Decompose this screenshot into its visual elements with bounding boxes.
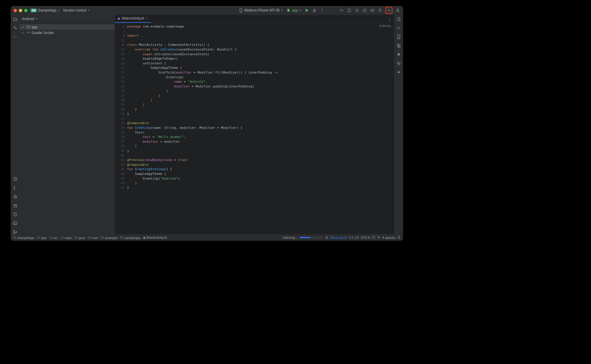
- code-with-me-icon[interactable]: [339, 8, 344, 13]
- breadcrumbs[interactable]: SampleApp › app › src › main › java › co…: [13, 236, 167, 240]
- readonly-icon[interactable]: [372, 235, 375, 240]
- resource-manager-icon[interactable]: [13, 25, 17, 30]
- tree-item-app[interactable]: ▸ app: [20, 24, 115, 30]
- problems-bottom-icon[interactable]: [13, 212, 17, 217]
- build-icon[interactable]: [13, 203, 17, 208]
- svg-rect-31: [397, 44, 399, 46]
- ai-assistant-icon[interactable]: [396, 70, 401, 74]
- svg-point-14: [388, 10, 389, 11]
- close-window[interactable]: [14, 9, 17, 12]
- gradle-tool-icon[interactable]: [396, 25, 401, 30]
- indexing-progress: [300, 237, 323, 238]
- svg-point-18: [14, 36, 14, 37]
- code-content[interactable]: package com.example.sampleapp▸import ...…: [127, 23, 294, 234]
- left-tool-rail: [11, 15, 20, 234]
- project-name: SampleApp: [38, 8, 56, 12]
- chevron-down-icon: ▼: [281, 9, 283, 12]
- line-separator[interactable]: LF: [355, 236, 359, 239]
- svg-point-17: [15, 28, 17, 29]
- android-icon: [286, 8, 291, 13]
- debug-button[interactable]: [312, 8, 317, 13]
- svg-rect-41: [398, 237, 400, 238]
- project-selector[interactable]: SA SampleApp ▼: [30, 8, 60, 12]
- svg-point-2: [288, 9, 290, 10]
- svg-point-40: [379, 237, 380, 238]
- account-icon[interactable]: [395, 8, 400, 13]
- tree-item-gradle[interactable]: ▸ Gradle Scripts: [20, 30, 115, 35]
- line-gutter: 1231516171819202122232425262728293031323…: [115, 23, 127, 234]
- project-tool-icon[interactable]: [13, 17, 17, 21]
- svg-point-26: [13, 233, 14, 234]
- pause-icon[interactable]: ⏸: [325, 236, 328, 239]
- settings-icon[interactable]: [387, 8, 391, 13]
- structure-icon[interactable]: [13, 185, 17, 190]
- running-devices-icon[interactable]: [396, 43, 401, 48]
- chevron-down-icon: ▼: [35, 17, 38, 20]
- more-actions[interactable]: [320, 8, 324, 13]
- svg-rect-32: [398, 45, 400, 47]
- gradle-icon: [27, 30, 30, 35]
- vcs-menu[interactable]: Version control ▼: [63, 8, 90, 12]
- svg-point-12: [379, 9, 381, 11]
- run-button[interactable]: [304, 8, 309, 13]
- svg-point-28: [399, 17, 400, 18]
- chevron-down-icon: ▼: [87, 9, 90, 12]
- build-variants-icon[interactable]: [13, 176, 17, 181]
- settings-highlight: [385, 7, 392, 14]
- sidebar-header[interactable]: Android ▼: [20, 15, 115, 23]
- notifications-icon[interactable]: [396, 17, 401, 21]
- vcs-icon[interactable]: [13, 230, 17, 234]
- tab-options-icon[interactable]: ⋮: [387, 17, 394, 23]
- sync-gradle-icon[interactable]: [347, 8, 352, 13]
- project-badge: SA: [30, 9, 37, 12]
- phone-icon: [238, 8, 243, 13]
- emulator-icon[interactable]: [396, 52, 401, 57]
- search-icon[interactable]: [378, 8, 382, 13]
- svg-point-36: [399, 63, 400, 64]
- svg-rect-38: [372, 236, 375, 238]
- editor-status-text: Indexing...: [379, 24, 393, 27]
- svg-line-13: [381, 11, 382, 12]
- right-tool-rail: [394, 15, 403, 234]
- bookmarks-icon[interactable]: [13, 194, 17, 199]
- svg-point-35: [397, 62, 399, 63]
- problems-icon[interactable]: [362, 8, 367, 13]
- svg-point-16: [14, 26, 15, 27]
- chevron-right-icon: ▸: [22, 31, 25, 34]
- chevron-down-icon: ▼: [299, 9, 301, 12]
- svg-point-4: [322, 9, 322, 9]
- window-controls: [14, 9, 27, 12]
- folder-icon: [27, 25, 30, 30]
- svg-point-20: [16, 36, 17, 37]
- minimize-window[interactable]: [19, 9, 22, 12]
- device-selector[interactable]: Medium Phone API 35 ▼: [238, 8, 283, 13]
- code-editor[interactable]: 1231516171819202122232425262728293031323…: [115, 23, 394, 234]
- run-config-selector[interactable]: app ▼: [286, 8, 301, 13]
- indent-setting[interactable]: 4 spaces: [382, 236, 395, 239]
- device-manager-icon[interactable]: [396, 34, 401, 39]
- svg-rect-22: [14, 205, 16, 207]
- titlebar: SA SampleApp ▼ Version control ▼ Medium …: [11, 6, 403, 15]
- todo-icon[interactable]: [355, 8, 359, 13]
- svg-point-6: [322, 11, 322, 12]
- svg-point-25: [13, 230, 14, 231]
- maximize-window[interactable]: [24, 9, 27, 12]
- svg-point-15: [397, 9, 398, 10]
- close-tab-icon[interactable]: ×: [146, 16, 148, 20]
- encoding[interactable]: UTF-8: [361, 236, 370, 239]
- show-all-link[interactable]: Show all (2): [330, 236, 347, 239]
- lock-icon[interactable]: [397, 235, 401, 240]
- copilot-icon[interactable]: [377, 235, 381, 240]
- inspect-icon[interactable]: [370, 8, 375, 13]
- tab-mainactivity[interactable]: ◆ MainActivity.kt ×: [115, 14, 151, 23]
- project-sidebar: Android ▼ ▸ app ▸ Gradle Scripts: [20, 15, 115, 234]
- indexing-label: Indexing...: [283, 236, 298, 239]
- svg-point-19: [15, 36, 15, 37]
- database-icon[interactable]: [396, 61, 401, 66]
- cursor-position[interactable]: 1:1: [349, 236, 353, 239]
- svg-point-5: [322, 10, 322, 11]
- more-tools-icon[interactable]: [13, 34, 17, 39]
- preview-panel: [294, 23, 394, 234]
- terminal-icon[interactable]: [13, 221, 17, 225]
- editor-tabs: ◆ MainActivity.kt × ⋮: [115, 15, 394, 23]
